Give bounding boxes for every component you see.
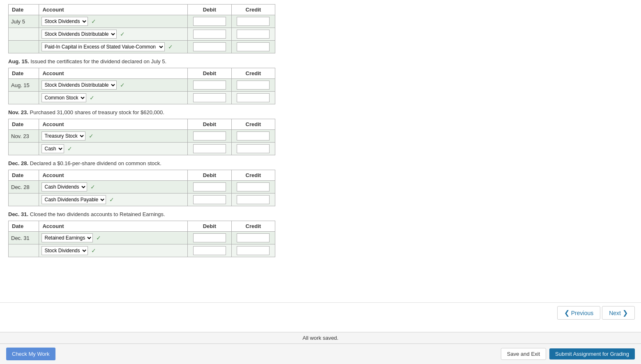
credit-cell — [231, 181, 275, 194]
table-row: Common Stock ✓ — [9, 92, 275, 104]
debit-cell — [188, 194, 231, 206]
date-cell — [9, 194, 39, 206]
description-text: Closed the two dividends accounts to Ret… — [30, 211, 165, 217]
description-dec28: Dec. 28. Declared a $0.16-per-share divi… — [8, 160, 279, 166]
account-select[interactable]: Stock Dividends — [42, 246, 88, 255]
credit-cell — [231, 194, 275, 206]
credit-input[interactable] — [237, 246, 270, 255]
credit-input[interactable] — [237, 93, 270, 102]
date-cell — [9, 92, 39, 104]
col-header-credit-5: Credit — [231, 221, 275, 232]
credit-input[interactable] — [237, 144, 270, 153]
date-cell — [9, 143, 39, 155]
account-select[interactable]: Stock Dividends Distributable — [42, 81, 117, 90]
col-header-credit-4: Credit — [231, 170, 275, 181]
check-icon: ✓ — [67, 145, 72, 152]
account-select[interactable]: Stock Dividends Distributable — [42, 30, 117, 39]
table-row: July 5 Stock Dividends ✓ — [9, 15, 275, 28]
account-cell: Cash ✓ — [39, 143, 188, 155]
credit-cell — [231, 28, 275, 41]
debit-input[interactable] — [193, 233, 226, 242]
col-header-debit-1: Debit — [188, 5, 231, 15]
debit-cell — [188, 41, 231, 53]
check-icon: ✓ — [168, 44, 173, 50]
table-row: Cash ✓ — [9, 143, 275, 155]
credit-input[interactable] — [237, 195, 270, 204]
description-prefix: Dec. 28. — [8, 160, 28, 166]
col-header-credit-1: Credit — [231, 5, 275, 15]
date-cell: Dec. 28 — [9, 181, 39, 194]
col-header-account-4: Account — [39, 170, 188, 181]
check-icon: ✓ — [109, 196, 114, 203]
credit-input[interactable] — [237, 81, 270, 90]
check-icon: ✓ — [120, 31, 125, 37]
credit-input[interactable] — [237, 30, 270, 39]
credit-cell — [231, 41, 275, 53]
debit-input[interactable] — [193, 30, 226, 39]
debit-input[interactable] — [193, 42, 226, 51]
description-text: Declared a $0.16-per-share dividend on c… — [30, 160, 161, 166]
table-row: Aug. 15 Stock Dividends Distributable ✓ — [9, 79, 275, 92]
date-cell — [9, 244, 39, 257]
description-text: Issued the certificates for the dividend… — [30, 58, 166, 65]
account-select[interactable]: Common Stock — [42, 93, 86, 102]
debit-input[interactable] — [193, 182, 226, 191]
account-select[interactable]: Cash Dividends Payable — [42, 195, 106, 204]
credit-input[interactable] — [237, 42, 270, 51]
debit-input[interactable] — [193, 93, 226, 102]
account-cell: Retained Earnings ✓ — [39, 232, 188, 244]
description-nov23: Nov. 23. Purchased 31,000 shares of trea… — [8, 109, 279, 115]
account-select[interactable]: Stock Dividends — [42, 17, 88, 26]
description-dec31: Dec. 31. Closed the two dividends accoun… — [8, 211, 279, 217]
date-cell: July 5 — [9, 15, 39, 28]
check-icon: ✓ — [120, 82, 125, 88]
col-header-debit-3: Debit — [188, 119, 231, 130]
col-header-debit-2: Debit — [188, 68, 231, 79]
col-header-date-2: Date — [9, 68, 39, 79]
account-cell: Stock Dividends Distributable ✓ — [39, 79, 188, 92]
journal-table-dec28: Date Account Debit Credit Dec. 28 Cash D… — [8, 170, 275, 206]
debit-cell — [188, 232, 231, 244]
col-header-account-2: Account — [39, 68, 188, 79]
debit-input[interactable] — [193, 131, 226, 141]
credit-input[interactable] — [237, 17, 270, 26]
col-header-credit-2: Credit — [231, 68, 275, 79]
account-cell: Stock Dividends ✓ — [39, 244, 188, 257]
account-cell: Common Stock ✓ — [39, 92, 188, 104]
description-prefix: Aug. 15. — [8, 58, 29, 65]
account-cell: Treasury Stock ✓ — [39, 130, 188, 143]
col-header-date-3: Date — [9, 119, 39, 130]
account-select[interactable]: Paid-In Capital in Excess of Stated Valu… — [42, 42, 165, 51]
credit-input[interactable] — [237, 233, 270, 242]
description-text: Purchased 31,000 shares of treasury stoc… — [30, 109, 164, 115]
description-prefix: Nov. 23. — [8, 109, 28, 115]
debit-cell — [188, 92, 231, 104]
account-select[interactable]: Treasury Stock — [42, 131, 85, 141]
date-cell: Dec. 31 — [9, 232, 39, 244]
journal-table-july5: Date Account Debit Credit July 5 Stock D… — [8, 4, 275, 53]
account-cell: Paid-In Capital in Excess of Stated Valu… — [39, 41, 188, 53]
col-header-account-5: Account — [39, 221, 188, 232]
check-icon: ✓ — [91, 247, 96, 254]
account-cell: Stock Dividends ✓ — [39, 15, 188, 28]
debit-input[interactable] — [193, 195, 226, 204]
debit-cell — [188, 181, 231, 194]
credit-cell — [231, 15, 275, 28]
date-cell: Aug. 15 — [9, 79, 39, 92]
debit-input[interactable] — [193, 17, 226, 26]
credit-cell — [231, 232, 275, 244]
debit-input[interactable] — [193, 81, 226, 90]
account-select[interactable]: Cash — [42, 144, 64, 153]
description-aug15: Aug. 15. Issued the certificates for the… — [8, 58, 279, 65]
account-select[interactable]: Retained Earnings — [42, 233, 93, 242]
table-row: Cash Dividends Payable ✓ — [9, 194, 275, 206]
debit-input[interactable] — [193, 144, 226, 153]
credit-input[interactable] — [237, 182, 270, 191]
debit-input[interactable] — [193, 246, 226, 255]
debit-cell — [188, 79, 231, 92]
credit-cell — [231, 79, 275, 92]
table-row: Dec. 28 Cash Dividends ✓ — [9, 181, 275, 194]
check-icon: ✓ — [91, 18, 96, 25]
credit-input[interactable] — [237, 131, 270, 141]
account-select[interactable]: Cash Dividends — [42, 182, 87, 191]
